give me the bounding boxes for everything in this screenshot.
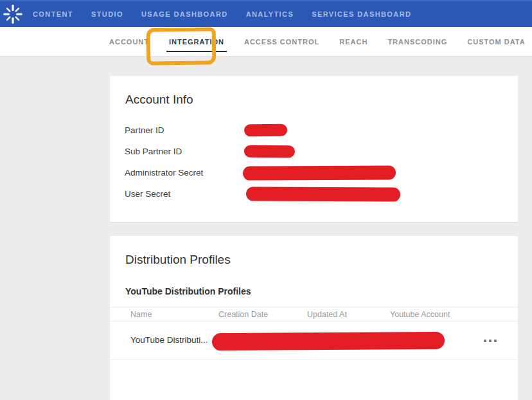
- row-data-redaction: [212, 332, 445, 350]
- sub-partner-id-redaction: [244, 145, 295, 158]
- partner-id-redaction: [244, 124, 287, 137]
- field-row-sub-partner-id: Sub Partner ID: [110, 141, 518, 162]
- field-row-partner-id: Partner ID: [110, 120, 518, 141]
- table-row[interactable]: YouTube Distributi...: [110, 322, 518, 360]
- tab-access-control[interactable]: ACCESS CONTROL: [243, 27, 321, 56]
- nav-item-content[interactable]: CONTENT: [33, 10, 73, 18]
- field-row-administrator-secret: Administrator Secret: [110, 162, 518, 183]
- row-actions-menu-icon[interactable]: [481, 337, 499, 345]
- nav-item-analytics[interactable]: ANALYTICS: [246, 10, 294, 18]
- field-row-user-secret: User Secret: [110, 183, 518, 205]
- distribution-profiles-title: Distribution Profiles: [110, 236, 518, 267]
- administrator-secret-label: Administrator Secret: [125, 168, 244, 177]
- tab-account[interactable]: ACCOUNT: [108, 27, 150, 56]
- user-secret-label: User Secret: [125, 189, 244, 199]
- distribution-profiles-card: Distribution Profiles YouTube Distributi…: [110, 236, 518, 400]
- tab-custom-data[interactable]: CUSTOM DATA: [466, 27, 526, 56]
- account-info-title: Account Info: [110, 76, 518, 107]
- tab-transcoding[interactable]: TRANSCODING: [386, 27, 448, 56]
- nav-item-usage-dashboard[interactable]: USAGE DASHBOARD: [141, 10, 228, 18]
- settings-tabbar: ACCOUNT INTEGRATION ACCESS CONTROL REACH…: [0, 27, 532, 57]
- youtube-profiles-table: Name Creation Date Updated At Youtube Ac…: [110, 307, 518, 360]
- youtube-profiles-subtitle: YouTube Distribution Profiles: [110, 267, 518, 296]
- column-header-youtube-account: Youtube Account: [390, 310, 450, 319]
- column-header-updated-at: Updated At: [307, 310, 347, 319]
- administrator-secret-redaction: [243, 165, 396, 180]
- top-navbar: CONTENT STUDIO USAGE DASHBOARD ANALYTICS…: [0, 0, 532, 27]
- tab-integration[interactable]: INTEGRATION: [168, 27, 226, 56]
- column-header-creation-date: Creation Date: [218, 310, 268, 319]
- nav-item-services-dashboard[interactable]: SERVICES DASHBOARD: [312, 10, 411, 18]
- kaltura-logo-icon[interactable]: [2, 3, 24, 25]
- table-header-row: Name Creation Date Updated At Youtube Ac…: [110, 307, 518, 322]
- user-secret-redaction: [246, 186, 400, 201]
- column-header-name: Name: [130, 310, 152, 319]
- account-info-card: Account Info Partner ID Sub Partner ID A…: [110, 76, 518, 222]
- nav-item-studio[interactable]: STUDIO: [91, 10, 123, 18]
- profile-name-cell: YouTube Distributi...: [130, 335, 208, 345]
- tab-reach[interactable]: REACH: [338, 27, 369, 56]
- partner-id-label: Partner ID: [125, 125, 244, 135]
- sub-partner-id-label: Sub Partner ID: [125, 147, 244, 156]
- account-info-fields: Partner ID Sub Partner ID Administrator …: [110, 120, 518, 205]
